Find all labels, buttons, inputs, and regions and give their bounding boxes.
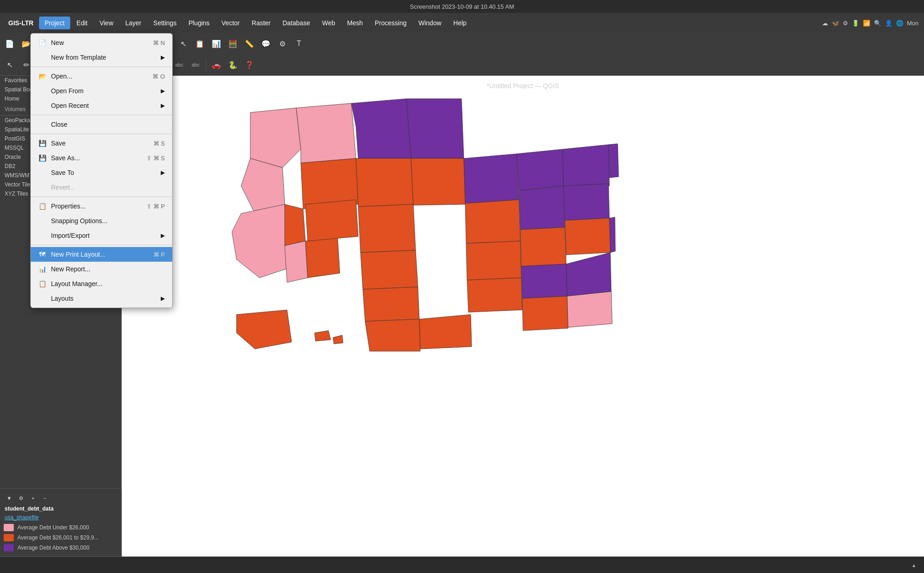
menu-item-layouts[interactable]: Layouts ▶ [31, 291, 172, 306]
menu-item-new-print-layout[interactable]: 🗺 New Print Layout... ⌘ P [31, 247, 172, 262]
layout-manager-icon: 📋 [38, 280, 46, 288]
legend-item-2: Average Debt $26,001 to $29,9... [4, 533, 118, 543]
revert-icon [38, 183, 46, 191]
state-nc [565, 218, 610, 255]
open-from-arrow: ▶ [161, 88, 165, 94]
state-or [241, 158, 285, 213]
menu-window[interactable]: Window [413, 17, 447, 29]
state-nv [285, 204, 305, 246]
state-il-mo [465, 200, 520, 243]
menu-item-layout-manager[interactable]: 📋 Layout Manager... [31, 276, 172, 291]
new-project-btn[interactable]: 📄 [2, 36, 17, 51]
legend-add-btn[interactable]: + [28, 494, 38, 503]
state-hi-1 [315, 331, 331, 341]
menu-edit[interactable]: Edit [71, 17, 93, 29]
measure-btn[interactable]: 📏 [242, 36, 257, 51]
menu-item-new[interactable]: 📄 New ⌘ N [31, 35, 172, 50]
menu-processing[interactable]: Processing [369, 17, 412, 29]
menu-item-open-from[interactable]: Open From ▶ [31, 84, 172, 98]
label8-btn[interactable]: abc [188, 57, 203, 73]
select-feature-btn[interactable]: ↖ [175, 36, 191, 51]
python-btn[interactable]: 🐍 [225, 57, 241, 73]
help2-btn[interactable]: ❓ [242, 57, 257, 73]
state-ar-ms [466, 241, 521, 280]
menu-plugins[interactable]: Plugins [183, 17, 215, 29]
avatar-icon: 🌐 [896, 20, 903, 27]
menu-print-layout-shortcut: ⌘ P [153, 251, 165, 258]
menu-revert-label: Revert... [51, 184, 75, 191]
menu-item-save-to[interactable]: Save To ▶ [31, 165, 172, 180]
system-icons: ☁ 🦋 ⚙ 🔋 📶 🔍 👤 🌐 Mon [822, 13, 924, 33]
menu-bar: GIS-LTR Project Edit View Layer Settings… [0, 13, 924, 33]
menu-new-report-label: New Report... [51, 265, 90, 273]
menu-save-shortcut: ⌘ S [153, 140, 165, 147]
menu-item-import-export[interactable]: Import/Export ▶ [31, 228, 172, 243]
status-scroll-up[interactable]: ▲ [908, 560, 919, 571]
menu-vector[interactable]: Vector [216, 17, 245, 29]
state-tx-w [365, 319, 420, 351]
open-folder-icon: 📂 [38, 72, 46, 80]
settings2-btn[interactable]: ⚙ [275, 36, 290, 51]
save-as-icon: 💾 [38, 154, 46, 162]
menu-save-as-shortcut: ⇧ ⌘ S [146, 155, 165, 162]
menu-save-to-label: Save To [51, 169, 74, 176]
legend-label-2: Average Debt $26,001 to $29,9... [17, 534, 99, 541]
print-layout-icon: 🗺 [38, 250, 46, 258]
label-btn[interactable]: T [291, 36, 307, 51]
window-title-text: *Untitled Project — QGIS [487, 82, 559, 90]
calculator-btn[interactable]: 🧮 [225, 36, 241, 51]
menu-item-properties[interactable]: 📋 Properties... ⇧ ⌘ P [31, 199, 172, 213]
menu-view[interactable]: View [94, 17, 119, 29]
save-to-icon [38, 169, 46, 177]
import-export-arrow: ▶ [161, 232, 165, 239]
statistics-btn[interactable]: 📊 [208, 36, 224, 51]
label7-btn[interactable]: abc [171, 57, 187, 73]
menu-item-save[interactable]: 💾 Save ⌘ S [31, 136, 172, 151]
menu-project[interactable]: Project [39, 17, 70, 29]
menu-item-close[interactable]: Close [31, 117, 172, 132]
app-name: GIS-LTR [4, 17, 38, 29]
menu-item-new-from-template[interactable]: New from Template ▶ [31, 50, 172, 65]
legend-options-btn[interactable]: ⚙ [17, 494, 26, 503]
open-recent-icon [38, 101, 46, 110]
menu-database[interactable]: Database [277, 17, 316, 29]
usa-map-svg [214, 94, 627, 370]
legend-remove-btn[interactable]: − [40, 494, 50, 503]
butterfly-icon: 🦋 [832, 20, 839, 27]
state-ks [361, 250, 418, 289]
legend-panel: ▼ ⚙ + − student_debt_data usa_shapefile … [0, 488, 122, 556]
state-tx-e [419, 315, 472, 349]
state-la [467, 278, 522, 312]
menu-mesh[interactable]: Mesh [342, 17, 368, 29]
menu-import-export-label: Import/Export [51, 232, 90, 239]
help-btn[interactable]: 💬 [258, 36, 274, 51]
legend-filter-btn[interactable]: ▼ [5, 494, 14, 503]
sublayer-name[interactable]: usa_shapefile [4, 513, 118, 522]
state-sc-ga-w [521, 264, 567, 298]
state-az [285, 241, 308, 282]
sep-5 [31, 245, 172, 245]
menu-item-open[interactable]: 📂 Open... ⌘ O [31, 69, 172, 84]
search-icon[interactable]: 🔍 [874, 20, 881, 27]
menu-properties-shortcut: ⇧ ⌘ P [146, 203, 165, 210]
menu-web[interactable]: Web [316, 17, 341, 29]
menu-item-open-recent[interactable]: Open Recent ▶ [31, 98, 172, 113]
open-attr-table-btn[interactable]: 📋 [192, 36, 208, 51]
menu-settings[interactable]: Settings [148, 17, 182, 29]
diagram-btn[interactable]: 🚗 [208, 57, 224, 73]
menu-raster[interactable]: Raster [246, 17, 276, 29]
menu-close-label: Close [51, 121, 68, 128]
menu-layer[interactable]: Layer [120, 17, 147, 29]
state-fl-w [522, 296, 568, 331]
menu-item-save-as[interactable]: 💾 Save As... ⇧ ⌘ S [31, 151, 172, 165]
menu-item-new-report[interactable]: 📊 New Report... [31, 262, 172, 276]
pointer-btn[interactable]: ↖ [2, 57, 17, 73]
menu-new-template-label: New from Template [51, 54, 106, 61]
menu-help[interactable]: Help [448, 17, 472, 29]
state-mn [406, 99, 464, 158]
state-ia-ne [411, 158, 465, 205]
menu-item-snapping[interactable]: Snapping Options... [31, 213, 172, 228]
legend-label-1: Average Debt Under $26,000 [17, 524, 89, 531]
state-nd-sd [351, 99, 411, 158]
save-to-arrow: ▶ [161, 169, 165, 176]
